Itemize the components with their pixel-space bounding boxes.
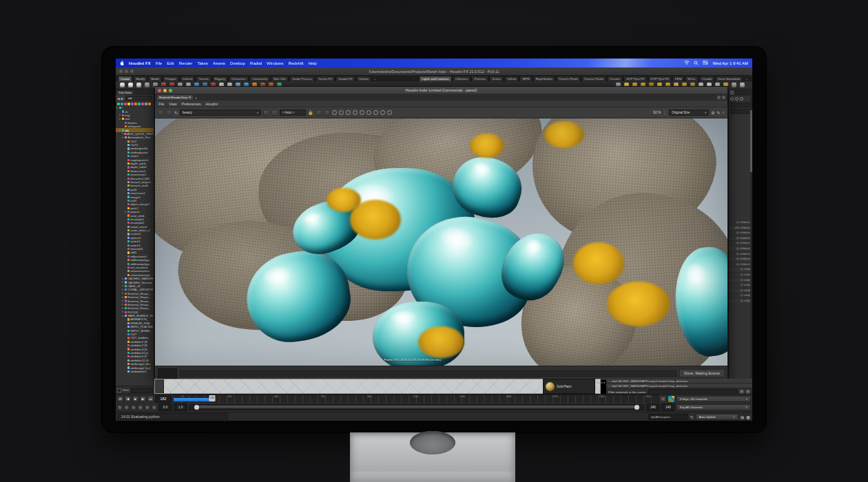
shelf-tab-oceans[interactable]: Oceans <box>607 76 623 81</box>
menu-item-radial[interactable]: Radial <box>250 61 262 65</box>
shelf-tab-volume[interactable]: Volume <box>356 76 372 81</box>
aov-select[interactable]: beauty▾ <box>180 109 261 116</box>
pane-split-icon[interactable] <box>717 96 721 99</box>
shelf-tab-create[interactable]: Create <box>118 76 132 81</box>
children-count-row[interactable]: (0 children) <box>729 247 752 252</box>
shelf-tab-crowds[interactable]: Crowds <box>699 76 715 81</box>
shelf-tab-sop-pyro-fx[interactable]: SOP Pyro FX <box>623 76 647 81</box>
snapshot-button[interactable] <box>263 109 269 116</box>
shelf-tool-icon[interactable] <box>740 83 745 87</box>
bucket-icon[interactable] <box>324 109 330 116</box>
auto-update-select[interactable]: Auto Update▾ <box>696 414 738 420</box>
settings-toggle[interactable] <box>145 405 150 410</box>
snapshot-select[interactable]: < Auto > <box>280 109 306 116</box>
material-path-row[interactable]: +/obj/CACHED_MAINSHAPE/svquickshade1/sho… <box>606 379 752 384</box>
material-filter-input[interactable] <box>648 389 738 394</box>
forward-arrow-icon[interactable]: ▶ <box>121 96 124 101</box>
render-menu-file[interactable]: File <box>158 102 164 106</box>
compare-button[interactable] <box>271 109 278 116</box>
shelf-tab-constraints[interactable]: Constraints <box>249 76 270 81</box>
play-button[interactable]: ▶ <box>140 396 146 402</box>
range-handle-right[interactable] <box>634 405 639 410</box>
shelf-tool-icon[interactable] <box>732 83 736 87</box>
pin-icon[interactable] <box>730 91 734 94</box>
expand-arrow-icon[interactable]: ▾ <box>122 284 124 287</box>
zoom-out-icon[interactable] <box>735 97 738 101</box>
expand-arrow-icon[interactable]: ▾ <box>122 136 124 139</box>
menu-item-windows[interactable]: Windows <box>267 61 283 65</box>
menu-item-desktop[interactable]: Desktop <box>230 61 245 65</box>
loop-toggle[interactable] <box>124 405 130 410</box>
tree-node-CORAL-GROWTH[interactable]: ▾CORAL_GROWTH <box>116 288 154 291</box>
children-count-row[interactable]: (0 children) <box>729 241 752 247</box>
target-icon[interactable] <box>339 110 344 115</box>
shelf-tab-deform[interactable]: Deform <box>180 76 195 81</box>
shelf-tab-wires[interactable]: Wires <box>685 76 698 81</box>
region-icon[interactable] <box>346 110 351 115</box>
shelf-tab-rigid-bodies[interactable]: Rigid Bodies <box>533 76 556 81</box>
expand-arrow-icon[interactable]: ▾ <box>122 289 124 291</box>
render-menu-preferences[interactable]: Preferences <box>182 102 201 106</box>
current-frame-field[interactable]: 182 <box>155 395 172 403</box>
pencil-icon[interactable]: ✎ <box>717 110 721 115</box>
shelf-tab-characters[interactable]: Characters <box>229 76 249 81</box>
children-count-row[interactable]: (0 children) <box>729 236 752 242</box>
tree-category-icon[interactable] <box>121 103 123 105</box>
filter-checkbox[interactable] <box>117 388 121 392</box>
children-count-row[interactable]: (18 children) <box>729 226 752 231</box>
tree-node-External-Shape-[interactable]: ▾External_Shape_ <box>116 295 154 299</box>
realtime-toggle[interactable] <box>117 405 123 410</box>
children-count-row[interactable]: (1 child) <box>729 273 752 278</box>
shelf-tab-polygon[interactable]: Polygon <box>163 76 179 81</box>
range-handle-left[interactable] <box>194 405 199 410</box>
new-tab-button[interactable]: + <box>195 96 197 100</box>
apple-menu-icon[interactable] <box>120 61 124 65</box>
shelf-tab-terrain-fx[interactable]: Terrain FX <box>316 76 335 81</box>
play-reverse-button[interactable]: ◀ <box>125 396 131 402</box>
tree-node-External-Shape-[interactable]: ▾External_Shape_ <box>116 303 154 306</box>
tree-node-attribdelete1[interactable]: attribdelete1 <box>116 370 154 373</box>
menu-item-houdini-fx[interactable]: Houdini FX <box>129 61 151 65</box>
shelf-tab-mpm[interactable]: MPM <box>519 76 532 81</box>
copy-icon[interactable] <box>387 110 392 115</box>
lock-icon[interactable]: 🔒 <box>308 110 313 115</box>
playhead[interactable]: 182 <box>209 395 216 401</box>
clock-icon[interactable] <box>332 110 337 115</box>
refresh-icon[interactable]: ↻ <box>690 415 694 419</box>
memory-icon[interactable]: ▤ <box>741 415 745 419</box>
timeline-ruler[interactable]: 0240480720960120014401680192021602400 18… <box>173 395 659 404</box>
crop-icon[interactable] <box>360 110 364 115</box>
control-center-icon[interactable] <box>703 61 708 65</box>
range-end-field[interactable]: 1.0 <box>174 404 187 411</box>
render-window-titlebar[interactable]: Houdini Indie Limited-Commercial - panel… <box>155 87 727 94</box>
children-count-row[interactable]: (0 children) <box>729 262 752 268</box>
timeline-zoom-button[interactable]: ⌕ <box>660 396 666 402</box>
shelf-tool-icon[interactable] <box>136 83 141 87</box>
shelf-tab-modify[interactable]: Modify <box>133 76 147 81</box>
tree-category-icon[interactable] <box>148 103 151 105</box>
children-count-row[interactable]: (0 children) <box>729 252 752 258</box>
houdini-titlebar[interactable]: /Users/andre/Documents/Projects/Morph.hi… <box>116 67 752 75</box>
shelf-tool-icon[interactable] <box>145 83 149 87</box>
restart-render-icon[interactable]: ↻ <box>174 110 178 115</box>
expand-arrow-icon[interactable]: ▾ <box>122 277 124 280</box>
keyframe-toggle[interactable] <box>152 405 157 410</box>
menu-bar-clock[interactable]: Wed Apr 1 9:41 AM <box>712 61 748 65</box>
menu-item-takes[interactable]: Takes <box>197 61 208 65</box>
zoom-slider-icon[interactable]: ⋮ <box>663 110 667 115</box>
children-count-row[interactable]: (1 child) <box>729 299 752 304</box>
shelf-tab-lights-and-cameras[interactable]: Lights and Cameras <box>419 76 451 81</box>
menu-item-help[interactable]: Help <box>308 61 316 65</box>
menu-item-file[interactable]: File <box>156 61 163 65</box>
tree-category-icon[interactable] <box>141 103 144 105</box>
param-field[interactable] <box>730 103 751 107</box>
tree-category-icon[interactable] <box>131 103 134 105</box>
expand-arrow-icon[interactable]: ▾ <box>122 132 123 135</box>
material-preview[interactable]: Gold Paint <box>543 379 595 394</box>
shelf-tool-icon[interactable] <box>120 83 125 87</box>
fit-icon[interactable] <box>353 110 358 115</box>
shelf-tab--[interactable]: + <box>743 76 750 81</box>
tree-view-tab[interactable]: Tree View <box>117 91 133 94</box>
key-all-channels-button[interactable]: Key All Channels⇅ <box>676 404 751 410</box>
filter-input[interactable] <box>131 388 153 393</box>
